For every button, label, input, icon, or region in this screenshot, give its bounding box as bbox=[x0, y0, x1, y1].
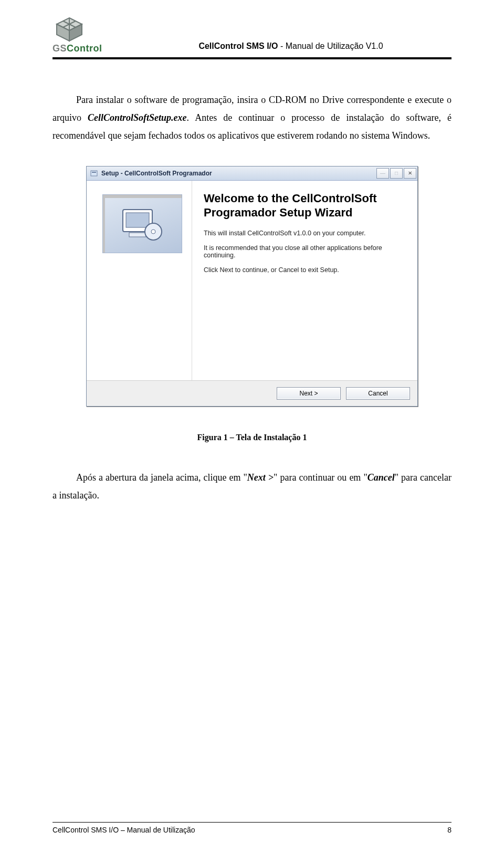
wizard-text-line-1: This will install CellControlSoft v1.0.0… bbox=[204, 230, 404, 237]
window-title: Setup - CellControlSoft Programador bbox=[101, 170, 376, 177]
wizard-side-panel bbox=[87, 181, 192, 380]
svg-rect-9 bbox=[126, 213, 149, 227]
wizard-button-row: Next > Cancel bbox=[87, 380, 417, 406]
header-divider bbox=[52, 57, 452, 59]
document-header-title: CellControl SMS I/O - Manual de Utilizaç… bbox=[130, 41, 452, 54]
paragraph-1: Para instalar o software de programação,… bbox=[52, 91, 452, 145]
maximize-button[interactable]: □ bbox=[390, 168, 403, 179]
svg-point-12 bbox=[151, 230, 155, 234]
svg-rect-6 bbox=[91, 171, 97, 176]
logo-text-gs: GS bbox=[52, 43, 67, 54]
wizard-main-column: Welcome to the CellControlSoft Programad… bbox=[192, 181, 417, 380]
cancel-button[interactable]: Cancel bbox=[346, 387, 410, 400]
body-text: Para instalar o software de programação,… bbox=[52, 91, 452, 145]
setup-app-icon bbox=[90, 169, 98, 178]
header: GSControl CellControl SMS I/O - Manual d… bbox=[52, 16, 452, 54]
svg-rect-7 bbox=[92, 172, 96, 173]
logo-cube-icon bbox=[52, 16, 86, 43]
close-button[interactable]: ✕ bbox=[404, 168, 416, 179]
logo-text-control: Control bbox=[67, 43, 102, 54]
titlebar: Setup - CellControlSoft Programador — □ … bbox=[87, 167, 417, 181]
cd-computer-icon bbox=[119, 205, 166, 242]
logo: GSControl bbox=[52, 16, 121, 54]
wizard-welcome-heading: Welcome to the CellControlSoft Programad… bbox=[204, 191, 404, 220]
figure-caption: Figura 1 – Tela de Instalação 1 bbox=[52, 433, 452, 442]
wizard-text-line-3: Click Next to continue, or Cancel to exi… bbox=[204, 266, 404, 274]
paragraph-2: Após a abertura da janela acima, clique … bbox=[52, 469, 452, 504]
wizard-graphic bbox=[102, 194, 182, 253]
body-text-2: Após a abertura da janela acima, clique … bbox=[52, 469, 452, 504]
next-button[interactable]: Next > bbox=[277, 387, 341, 400]
installer-window: Setup - CellControlSoft Programador — □ … bbox=[86, 166, 418, 407]
wizard-text-line-2: It is recommended that you close all oth… bbox=[204, 244, 404, 259]
logo-text: GSControl bbox=[52, 43, 121, 54]
svg-rect-10 bbox=[129, 233, 146, 237]
page-number: 8 bbox=[447, 826, 452, 834]
window-buttons: — □ ✕ bbox=[376, 168, 416, 179]
minimize-button[interactable]: — bbox=[376, 168, 389, 179]
installer-body: Welcome to the CellControlSoft Programad… bbox=[87, 181, 417, 380]
footer-left: CellControl SMS I/O – Manual de Utilizaç… bbox=[52, 826, 195, 834]
footer: CellControl SMS I/O – Manual de Utilizaç… bbox=[52, 822, 452, 835]
footer-divider bbox=[52, 822, 452, 823]
filename: CellControlSoftSetup.exe bbox=[88, 112, 187, 123]
